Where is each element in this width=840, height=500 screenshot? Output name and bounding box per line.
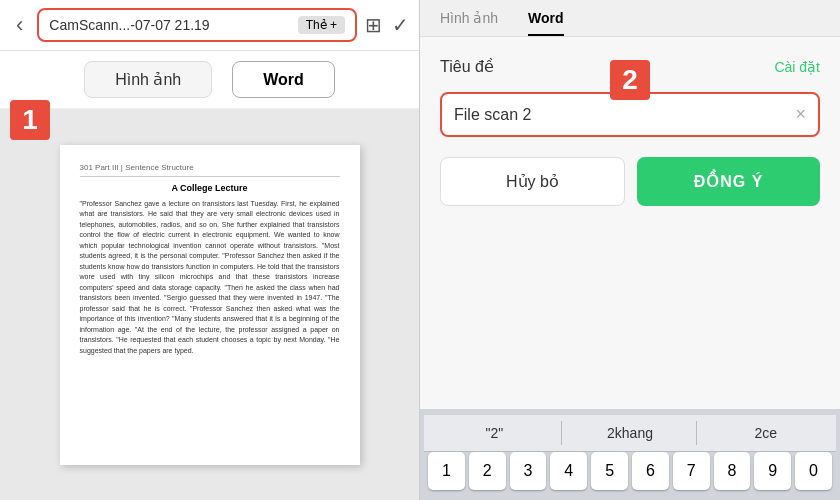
key-7[interactable]: 7 (673, 452, 710, 490)
tag-button[interactable]: Thẻ + (298, 16, 345, 34)
step-badge-right: 2 (610, 60, 650, 100)
top-bar: ‹ CamScann...-07-07 21.19 Thẻ + ⊞ ✓ (0, 0, 419, 51)
dialog-title: Tiêu đề (440, 57, 494, 76)
grid-icon[interactable]: ⊞ (365, 13, 382, 37)
key-3[interactable]: 3 (510, 452, 547, 490)
suggestion-1[interactable]: "2" (428, 421, 562, 445)
number-row: 1 2 3 4 5 6 7 8 9 0 (424, 452, 836, 490)
doc-body: "Professor Sanchez gave a lecture on tra… (80, 199, 340, 357)
dialog-actions: Hủy bỏ ĐỒNG Ý (440, 157, 820, 206)
right-panel: Hình ảnh Word 2 Tiêu đề Cài đặt × Hủy bỏ… (420, 0, 840, 500)
file-name-text: CamScann...-07-07 21.19 (49, 17, 209, 33)
tab-hinh-anh[interactable]: Hình ảnh (84, 61, 212, 98)
key-1[interactable]: 1 (428, 452, 465, 490)
filename-input[interactable] (454, 106, 795, 124)
suggestion-3[interactable]: 2ce (699, 421, 832, 445)
key-6[interactable]: 6 (632, 452, 669, 490)
keyboard-area: "2" 2khang 2ce 1 2 3 4 5 6 7 8 9 0 (420, 409, 840, 500)
key-4[interactable]: 4 (550, 452, 587, 490)
clear-icon[interactable]: × (795, 104, 806, 125)
right-tab-hinh-anh[interactable]: Hình ảnh (440, 10, 498, 36)
file-name-box: CamScann...-07-07 21.19 Thẻ + (37, 8, 357, 42)
keyboard-suggestions: "2" 2khang 2ce (424, 415, 836, 452)
document-preview: 301 Part III | Sentence Structure A Coll… (0, 109, 419, 500)
left-panel: ‹ CamScann...-07-07 21.19 Thẻ + ⊞ ✓ Hình… (0, 0, 420, 500)
suggestion-2[interactable]: 2khang (564, 421, 698, 445)
confirm-button[interactable]: ĐỒNG Ý (637, 157, 820, 206)
settings-link[interactable]: Cài đặt (774, 59, 820, 75)
check-icon[interactable]: ✓ (392, 13, 409, 37)
doc-paper: 301 Part III | Sentence Structure A Coll… (60, 145, 360, 465)
key-8[interactable]: 8 (714, 452, 751, 490)
doc-title: A College Lecture (80, 183, 340, 193)
right-top-tabs: Hình ảnh Word (420, 0, 840, 37)
key-9[interactable]: 9 (754, 452, 791, 490)
key-0[interactable]: 0 (795, 452, 832, 490)
cancel-button[interactable]: Hủy bỏ (440, 157, 625, 206)
right-tab-word[interactable]: Word (528, 10, 564, 36)
top-icons: ⊞ ✓ (365, 13, 409, 37)
doc-header: 301 Part III | Sentence Structure (80, 163, 340, 177)
format-tabs: Hình ảnh Word (0, 51, 419, 109)
back-button[interactable]: ‹ (10, 10, 29, 40)
key-2[interactable]: 2 (469, 452, 506, 490)
key-5[interactable]: 5 (591, 452, 628, 490)
tab-word[interactable]: Word (232, 61, 335, 98)
step-badge-left: 1 (10, 100, 50, 140)
